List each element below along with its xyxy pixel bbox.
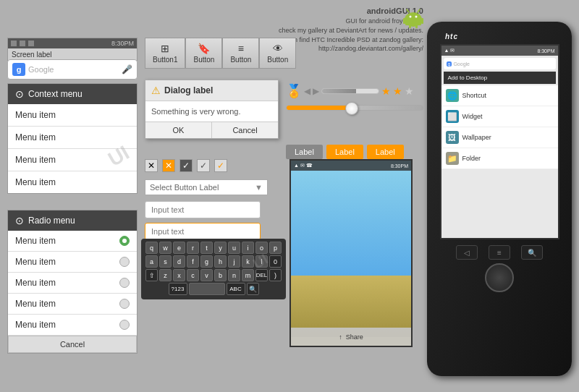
prev-icon[interactable]: ◀ [304,86,310,96]
key-v[interactable]: v [200,269,213,281]
context-menu-item-1[interactable]: Menu item [8,104,137,127]
context-menu-title: Context menu [28,89,83,99]
key-r[interactable]: r [187,242,199,254]
progress-bar [321,88,379,94]
key-d[interactable]: d [173,255,185,268]
key-0[interactable]: 0 [269,255,282,268]
key-shift[interactable]: ⇧ [145,269,158,281]
toolbar-btn-1[interactable]: ⊞ Button1 [145,38,185,69]
checkbox-1[interactable]: ✕ [145,159,158,172]
key-9[interactable]: ) [269,269,282,281]
key-x[interactable]: x [173,269,185,281]
key-f[interactable]: f [187,255,199,268]
input-field-1[interactable] [145,201,261,218]
phone-back-btn[interactable]: ◁ [456,245,478,260]
key-n[interactable]: n [228,269,240,281]
slider-track[interactable] [286,105,423,111]
status-icon-1 [11,41,17,46]
phone-menu-btn[interactable]: ≡ [489,245,510,260]
key-search[interactable]: 🔍 [247,283,259,295]
labels-row: Label Label Label [286,145,404,159]
dialog-buttons: OK Cancel [145,122,278,138]
key-backspace[interactable]: DEL [255,269,268,281]
dialog-cancel-button[interactable]: Cancel [212,122,278,138]
key-num[interactable]: ?123 [169,283,187,295]
phone-home-btn[interactable] [485,263,514,292]
phone-search[interactable]: g Google [444,58,556,69]
checkbox-3[interactable]: ✓ [179,159,193,172]
context-menu-item-4[interactable]: Menu item [8,171,137,193]
key-l[interactable]: l [255,255,268,268]
label-1[interactable]: Label [286,145,323,159]
dropdown[interactable]: Select Button Label ▼ [145,179,268,195]
input-area [145,201,261,240]
key-u[interactable]: u [228,242,240,254]
key-a[interactable]: a [145,255,158,268]
radio-menu-item-2[interactable]: Menu item [8,252,137,273]
checkbox-5[interactable]: ✓ [214,159,227,172]
radio-menu-item-3[interactable]: Menu item [8,273,137,294]
context-menu-item-2[interactable]: Menu item [8,127,137,149]
cancel-button[interactable]: Cancel [8,336,137,353]
radio-btn-5[interactable] [119,320,130,330]
radio-btn-1[interactable] [119,236,130,246]
toolbar-btn-4[interactable]: 👁 Button [259,38,296,69]
rating-area: 🏅 ◀ ▶ ★ ★ ★ [286,83,414,99]
key-i[interactable]: i [242,242,254,254]
shortcut-icon: 🌐 [446,89,459,102]
desktop-item-shortcut[interactable]: 🌐 Shortcut [441,85,558,106]
desktop-item-wallpaper[interactable]: 🖼 Wallpaper [441,127,558,148]
search-bar[interactable]: g Google 🎤 [7,59,138,80]
star-3[interactable]: ★ [405,85,414,97]
radio-menu-item-5[interactable]: Menu item [8,315,137,336]
key-p[interactable]: p [269,242,282,254]
key-t[interactable]: t [200,242,213,254]
label-3[interactable]: Label [367,145,404,159]
phone-screen: ▲ ✉ 8:30PM g Google Add to Desktop 🌐 Sho… [440,44,559,239]
share-icon: ↑ [339,333,342,341]
toolbar-btn-4-icon: 👁 [267,43,288,54]
desktop-item-folder[interactable]: 📁 Folder [441,148,558,169]
key-z[interactable]: z [159,269,172,281]
radio-btn-2[interactable] [119,257,130,267]
key-h[interactable]: h [214,255,227,268]
checkbox-2[interactable]: ✕ [162,159,175,172]
dialog-ok-button[interactable]: OK [145,122,212,138]
toolbar-btn-3[interactable]: ≡ Button [222,38,259,69]
key-space[interactable] [189,283,225,295]
radio-menu-item-4[interactable]: Menu item [8,294,137,315]
key-abc[interactable]: ABC [227,283,245,295]
key-c[interactable]: c [187,269,199,281]
slider-thumb[interactable] [345,102,358,115]
toolbar-btn-2[interactable]: 🔖 Button [185,38,222,69]
context-menu-icon: ⊙ [15,88,24,100]
key-y[interactable]: y [214,242,227,254]
key-m[interactable]: m [242,269,254,281]
checkbox-4[interactable]: ✓ [197,159,210,172]
context-menu-item-3[interactable]: Menu item [8,149,137,171]
share-bar: ↑ Share [291,328,411,346]
key-k[interactable]: k [242,255,254,268]
dialog-warning-icon: ⚠ [151,85,161,96]
desktop-item-widget[interactable]: ⬜ Widget [441,106,558,127]
dialog-title: Dialog label [164,85,213,95]
radio-btn-3[interactable] [119,278,130,288]
key-g[interactable]: g [200,255,213,268]
phone-search-btn[interactable]: 🔍 [521,245,543,260]
key-q[interactable]: q [145,242,158,254]
radio-menu-item-1[interactable]: Menu item [8,231,137,252]
key-b[interactable]: b [214,269,227,281]
radio-btn-4[interactable] [119,299,130,309]
key-s[interactable]: s [159,255,172,268]
svg-rect-6 [403,18,405,24]
key-o[interactable]: o [255,242,268,254]
input-field-2[interactable] [145,223,261,240]
key-e[interactable]: e [173,242,185,254]
next-icon[interactable]: ▶ [313,86,319,96]
key-j[interactable]: j [228,255,240,268]
star-1[interactable]: ★ [381,85,391,97]
star-2[interactable]: ★ [393,85,402,97]
label-2[interactable]: Label [326,145,363,159]
mic-icon[interactable]: 🎤 [122,64,132,74]
key-w[interactable]: w [159,242,172,254]
